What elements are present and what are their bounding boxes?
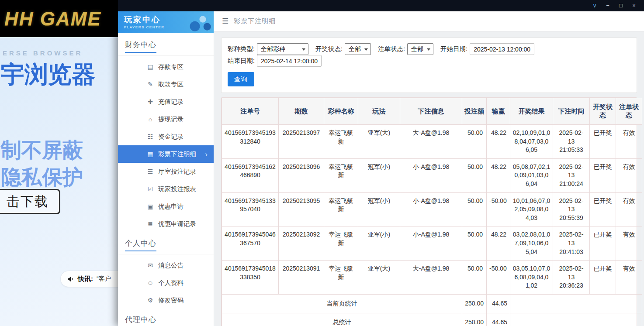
sidebar-item-label: 优惠申请记录 [158,220,196,228]
banner-headline-3: 隐私保护 [1,164,83,191]
page-summary-empty [510,294,642,313]
cell-draw-result: 10,01,06,07,02,05,09,08,04,03 [510,192,553,226]
cell-order-no: 401569173945133957040 [222,192,279,226]
sidebar-item-promo-apply-records[interactable]: ≣ 优惠申请记录 [118,215,214,233]
cell-bet-info: 小-A盘@1.98 [400,192,462,226]
section-agent-label: 代理中心 [125,315,156,326]
lottery-bet-detail-icon: ▦ [146,151,155,158]
sidebar-menu: 财务中心 ▤ 存款专区 ✎ 取款专区 ✚ 充值记录 ⌂ [118,33,214,326]
sidebar-item-recharge-records[interactable]: ✚ 充值记录 [118,93,214,110]
cell-order-status: 有效 [616,261,642,295]
sidebar-item-lottery-bet-details[interactable]: ▦ 彩票下注明细 › [118,145,214,163]
sidebar-item-label: 资金记录 [158,133,184,141]
menu-toggle-icon[interactable]: ☰ [222,17,229,26]
draw-status-value: 全部 [349,45,361,53]
page-title: 彩票下注明细 [234,17,276,25]
col-period: 期数 [279,98,324,125]
cell-bet-time: 2025-02-13 20:55:39 [553,192,590,226]
player-center-window: ∨ − □ × 玩家中心 PLAYERS CENTER 财务中心 ▤ [118,0,644,326]
table-body: 401569173945193312840 20250213097 幸运飞艇新 … [222,125,642,295]
table-row[interactable]: 401569173945046367570 20250213092 幸运飞艇新 … [222,226,642,261]
cell-period: 20250213091 [279,261,324,295]
draw-status-select[interactable]: 全部 [345,43,371,55]
window-shade-icon[interactable]: ∨ [588,0,601,11]
banner-headline-1: 宇浏览器 [1,59,95,91]
page-summary-label: 当前页统计 [222,294,462,313]
bets-table: 注单号 期数 彩种名称 玩法 下注信息 投注额 输赢 开奖结果 下注时间 开 [222,98,642,326]
end-date-input[interactable] [257,55,322,67]
order-status-select[interactable]: 全部 [407,43,433,55]
player-bet-report-icon: ☑ [146,185,155,192]
window-minimize-icon[interactable]: − [601,0,614,11]
sidebar-header: 玩家中心 PLAYERS CENTER [118,11,214,33]
sidebar-item-funds-records[interactable]: ☷ 资金记录 [118,128,214,145]
col-bet-info: 下注信息 [400,98,462,125]
withdrawal-record-icon: ⌂ [146,116,155,123]
cell-order-no: 401569173945046367570 [222,226,279,261]
sidebar-item-message-announcements[interactable]: ✉ 消息公告 [118,257,214,274]
profile-icon: ☺ [146,279,155,286]
cell-bet-time: 2025-02-13 20:36:23 [553,261,590,295]
bets-table-card: 注单号 期数 彩种名称 玩法 下注信息 投注额 输赢 开奖结果 下注时间 开 [221,97,637,326]
sidebar-item-withdrawal-records[interactable]: ⌂ 提现记录 [118,110,214,128]
table-header-row: 注单号 期数 彩种名称 玩法 下注信息 投注额 输赢 开奖结果 下注时间 开 [222,98,642,125]
cell-order-no: 401569173945018338350 [222,261,279,295]
site-logo[interactable]: HH GAME [4,8,101,30]
cell-period: 20250213092 [279,226,324,261]
col-lottery-name: 彩种名称 [324,98,358,125]
cell-bet-amount: 50.00 [462,261,487,295]
deposit-icon: ▤ [146,63,155,70]
sidebar-item-withdraw-zone[interactable]: ✎ 取款专区 [118,75,214,93]
cell-draw-status: 已开奖 [590,261,616,295]
funds-record-icon: ☷ [146,133,155,140]
cell-bet-amount: 50.00 [462,125,487,159]
cell-lottery-name: 幸运飞艇新 [324,125,358,159]
speaker-icon [67,275,74,283]
sidebar-item-deposit-zone[interactable]: ▤ 存款专区 [118,58,214,75]
sidebar-item-label: 个人资料 [158,279,184,287]
col-bet-amount: 投注额 [462,98,487,125]
sidebar-item-promo-apply[interactable]: ▣ 优惠申请 [118,198,214,215]
cell-bet-time: 2025-02-13 21:05:33 [553,125,590,159]
cell-bet-amount: 50.00 [462,226,487,261]
total-summary-winloss: 44.65 [487,313,510,326]
total-summary-amount: 250.00 [462,313,487,326]
col-draw-result: 开奖结果 [510,98,553,125]
sidebar-item-label: 充值记录 [158,98,184,106]
ticker-text: “客户 [97,275,111,283]
total-summary-empty [510,313,642,326]
cell-play: 亚军(大) [358,261,400,295]
cell-bet-time: 2025-02-13 20:41:03 [553,226,590,261]
hall-bet-record-icon: ☰ [146,168,155,175]
cell-play: 冠军(小) [358,158,400,192]
cell-period: 20250213097 [279,125,324,159]
window-close-icon[interactable]: × [627,0,641,11]
window-maximize-icon[interactable]: □ [614,0,627,11]
total-summary-row: 总统计 250.00 44.65 [222,313,642,326]
lottery-type-select[interactable]: 全部彩种 [257,43,308,55]
sidebar-item-personal-profile[interactable]: ☺ 个人资料 [118,274,214,292]
table-row[interactable]: 401569173945133957040 20250213095 幸运飞艇新 … [222,192,642,226]
section-finance-label: 财务中心 [125,40,156,53]
download-button[interactable]: 击下载 [0,189,60,214]
table-row[interactable]: 401569173945018338350 20250213091 幸运飞艇新 … [222,261,642,295]
cell-lottery-name: 幸运飞艇新 [324,261,358,295]
search-button[interactable]: 查询 [228,72,254,86]
lottery-type-value: 全部彩种 [261,45,285,53]
table-row[interactable]: 401569173945162466890 20250213096 幸运飞艇新 … [222,158,642,192]
sidebar-item-hall-bet-records[interactable]: ☰ 厅室投注记录 [118,163,214,180]
sidebar-item-player-bet-report[interactable]: ☑ 玩家投注报表 [118,180,214,198]
screen: HH GAME ERSE BROWSER 宇浏览器 制不屏蔽 隐私保护 击下载 … [0,0,644,326]
cell-draw-status: 已开奖 [590,125,616,159]
col-win-loss: 输赢 [487,98,510,125]
start-date-input[interactable] [470,43,534,55]
cell-play: 亚军(小) [358,226,400,261]
cell-bet-amount: 50.00 [462,192,487,226]
col-draw-status: 开奖状态 [590,98,616,125]
lottery-type-label: 彩种类型: [228,45,255,53]
col-bet-time: 下注时间 [553,98,590,125]
sidebar-item-change-password[interactable]: ⚙ 修改密码 [118,292,214,309]
banner-tagline: ERSE BROWSER [3,49,83,57]
section-finance-center: 财务中心 [118,34,214,56]
table-row[interactable]: 401569173945193312840 20250213097 幸运飞艇新 … [222,125,642,159]
